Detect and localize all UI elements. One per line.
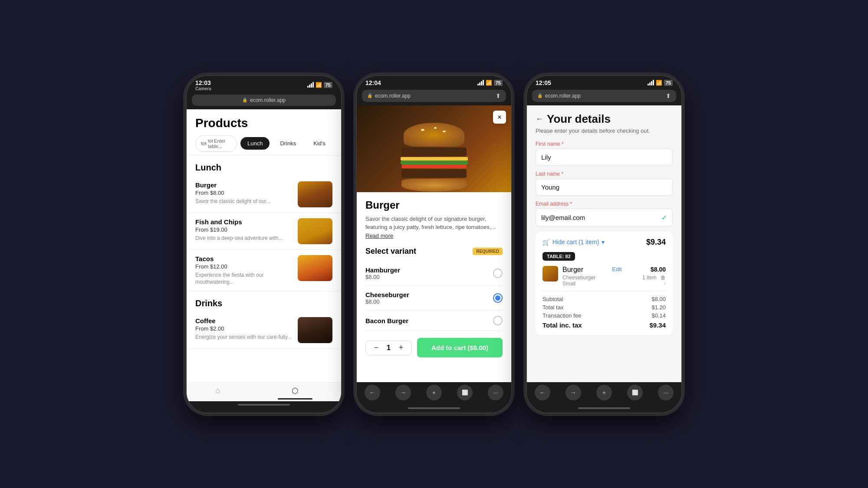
home-indicator-3 — [578, 407, 630, 409]
home-tab[interactable]: ⌂ — [215, 386, 220, 400]
section-lunch: Lunch — [187, 156, 341, 176]
product-fish[interactable]: Fish and Chips From $19.00 Dive into a d… — [187, 213, 341, 250]
subtotal-value: $8.00 — [651, 296, 666, 302]
hamburger-radio[interactable] — [493, 269, 503, 278]
product-burger[interactable]: Burger From $8.00 Savor the classic deli… — [187, 176, 341, 213]
last-name-input[interactable]: Young — [536, 179, 673, 196]
tab-lunch[interactable]: Lunch — [240, 137, 270, 150]
item-name-row: Burger Edit $8.00 — [562, 266, 666, 274]
tomato — [401, 165, 467, 168]
status-icons-3: 📶 75 — [648, 80, 673, 86]
size-label: Small — [562, 281, 575, 287]
quantity-controls: − 1 + — [365, 341, 412, 355]
url-bar-3[interactable]: 🔒 ecom.roller.app ⬆ — [532, 90, 676, 102]
first-name-value: Lily — [541, 154, 551, 161]
variant-title: Select variant — [365, 247, 416, 256]
signal-icon — [307, 82, 314, 88]
share-icon-2[interactable]: ⬆ — [496, 92, 501, 99]
menu-button-2[interactable]: ··· — [488, 385, 503, 400]
burger-desc: Savor the classic delight of our... — [195, 198, 293, 205]
radio-selected-indicator — [495, 295, 500, 301]
wifi-icon: 📶 — [316, 82, 322, 88]
increase-button[interactable]: + — [396, 343, 406, 353]
products-header: Products 🍽 🍽 Enter table... Lunch Drinks… — [187, 109, 341, 156]
bottom-nav-3: ← → + ⬜ ··· — [527, 382, 681, 406]
subtotal-row: Subtotal $8.00 — [542, 296, 666, 302]
hide-cart-button[interactable]: 🛒 Hide cart (1 item) ▾ — [542, 239, 605, 246]
status-bar-2: 12:04 📶 75 — [357, 76, 511, 88]
tacos-price: From $12.00 — [195, 263, 293, 270]
screen-2: × Burger Savor the classic delight of ou… — [357, 105, 511, 382]
required-badge: REQUIRED — [473, 248, 503, 255]
cheeseburger-name: Cheeseburger — [365, 291, 409, 298]
time-3: 12:05 — [536, 79, 551, 86]
bacon-burger-radio[interactable] — [493, 316, 503, 325]
time-2: 12:04 — [365, 79, 381, 86]
tab-drinks[interactable]: Drinks — [273, 137, 303, 150]
cart-item-details: Burger Edit $8.00 Cheeseburger 1 item 🗑 — [562, 266, 666, 287]
variant-name: Cheeseburger — [562, 275, 595, 281]
cart-item-image — [542, 266, 558, 282]
bun-bottom — [401, 179, 467, 192]
product-coffee[interactable]: Coffee From $2.00 Energize your senses w… — [187, 312, 341, 349]
product-description: Savor the classic delight of our signatu… — [365, 215, 503, 240]
tab-table[interactable]: 🍽 🍽 Enter table... — [195, 135, 237, 152]
forward-button-2[interactable]: → — [395, 385, 411, 400]
new-tab-button-2[interactable]: + — [426, 385, 442, 400]
tab-kids[interactable]: Kid's — [306, 137, 332, 150]
lock-icon-1: 🔒 — [242, 98, 247, 102]
browser-bar-2: 🔒 ecom.roller.app ⬆ — [357, 88, 511, 105]
cart-total: $9.34 — [646, 238, 666, 247]
back-button-2[interactable]: ← — [365, 385, 380, 400]
tag-icon: ⬡ — [292, 386, 299, 396]
back-arrow-3[interactable]: ← — [536, 115, 543, 124]
forward-button-3[interactable]: → — [566, 385, 581, 400]
battery-icon: 75 — [324, 82, 332, 88]
url-text-2: ecom.roller.app — [375, 93, 411, 99]
menu-button-3[interactable]: ··· — [658, 385, 674, 400]
close-button[interactable]: × — [493, 111, 506, 124]
qty-add-row: − 1 + Add to cart ($8.00) — [365, 338, 503, 357]
bacon-burger-info: Bacon Burger — [365, 317, 408, 324]
bottom-nav-2: ← → + ⬜ ··· — [357, 382, 511, 406]
lock-icon-2: 🔒 — [367, 93, 372, 98]
time-1: 12:03 — [195, 79, 211, 86]
trash-icon[interactable]: 🗑 — [661, 275, 666, 281]
variant-cheeseburger[interactable]: Cheeseburger $8.00 — [365, 286, 503, 311]
variant-bacon-burger[interactable]: Bacon Burger — [365, 311, 503, 331]
cart-item-burger: Burger Edit $8.00 Cheeseburger 1 item 🗑 — [542, 266, 666, 287]
page-header-3: ← Your details — [536, 112, 673, 126]
variant-hamburger[interactable]: Hamburger $8.00 — [365, 261, 503, 286]
cart-totals: Subtotal $8.00 Total tax $1.20 Transacti… — [542, 296, 666, 329]
url-bar-2[interactable]: 🔒 ecom.roller.app ⬆ — [362, 90, 506, 102]
camera-label: Camera — [195, 86, 211, 91]
edit-link[interactable]: Edit — [612, 266, 621, 274]
back-button-3[interactable]: ← — [535, 385, 550, 400]
lock-icon-3: 🔒 — [537, 93, 542, 98]
first-name-input[interactable]: Lily — [536, 149, 673, 166]
tacos-desc: Experience the fiesta with our mouthwate… — [195, 272, 293, 286]
cheeseburger-radio[interactable] — [493, 293, 503, 303]
decrease-button[interactable]: − — [371, 343, 381, 353]
url-bar-1[interactable]: 🔒 ecom.roller.app — [192, 95, 336, 106]
tabs-button-2[interactable]: ⬜ — [457, 385, 473, 400]
tax-label: Total tax — [542, 304, 563, 311]
add-to-cart-button[interactable]: Add to cart ($8.00) — [417, 338, 503, 357]
tax-value: $1.20 — [651, 304, 666, 311]
tag-tab[interactable]: ⬡ — [278, 386, 312, 400]
quantity-display: 1 — [387, 344, 391, 352]
screen-3: ← Your details Please enter your details… — [527, 105, 681, 382]
read-more-link[interactable]: Read more — [365, 233, 393, 239]
product-tacos[interactable]: Tacos From $12.00 Experience the fiesta … — [187, 250, 341, 292]
tabs-button-3[interactable]: ⬜ — [627, 385, 643, 400]
table-badge: TABLE: 82 — [542, 252, 575, 261]
table-label[interactable]: 🍽 Enter table... — [208, 138, 231, 149]
last-name-group: Last name * Young — [536, 171, 673, 196]
patty-2 — [401, 169, 467, 178]
share-icon-3[interactable]: ⬆ — [666, 92, 671, 99]
wifi-icon-3: 📶 — [656, 80, 662, 86]
new-tab-button-3[interactable]: + — [596, 385, 612, 400]
subtotal-label: Subtotal — [542, 296, 563, 302]
email-input[interactable]: lily@email.com ✓ — [536, 209, 673, 226]
wifi-icon-2: 📶 — [486, 80, 492, 86]
